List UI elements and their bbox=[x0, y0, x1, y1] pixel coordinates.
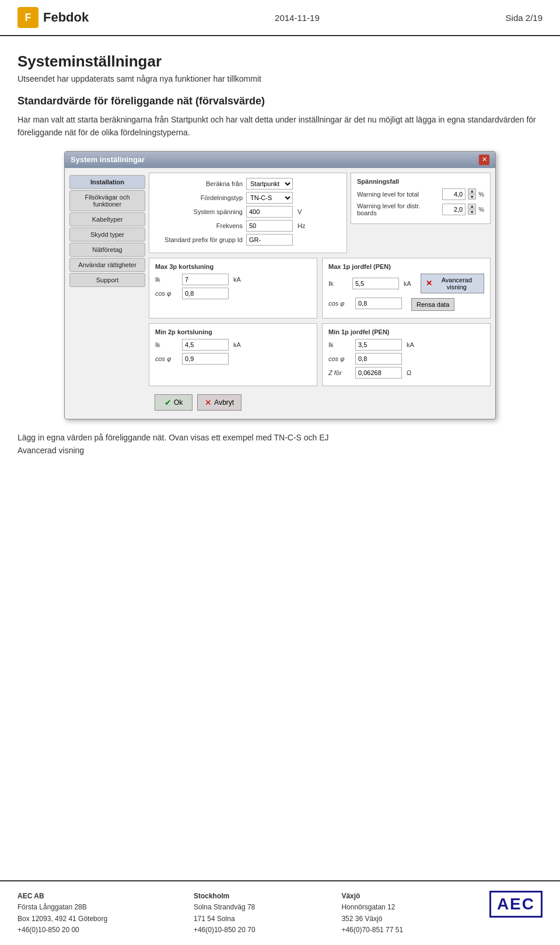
warning-total-label: Warning level for total bbox=[357, 191, 440, 198]
max1p-cos-input[interactable] bbox=[355, 298, 402, 309]
subsection-title: Standardvärde för föreliggande nät (förv… bbox=[18, 95, 542, 107]
berakna-label: Beräkna från bbox=[155, 180, 243, 187]
max3p-cos-label: cos φ bbox=[155, 290, 178, 297]
cancel-button[interactable]: ✕ Avbryt bbox=[197, 394, 242, 411]
footer-address2: Box 12093, 492 41 Göteborg bbox=[18, 915, 107, 923]
warning-total-up[interactable]: ▲ bbox=[468, 188, 476, 194]
spanningfall-section: Spänningsfall Warning level for total ▲ … bbox=[351, 173, 491, 224]
min1p-cos-row: cos φ bbox=[328, 353, 484, 365]
logo-area: F Febdok bbox=[18, 7, 89, 28]
max3p-ik-input[interactable] bbox=[182, 274, 229, 285]
warning-total-down[interactable]: ▼ bbox=[468, 194, 476, 200]
sidebar-item-anvandarre[interactable]: Användar rättigheter bbox=[69, 258, 145, 272]
min2p-cos-input[interactable] bbox=[182, 353, 229, 365]
max1p-section: Max 1p jordfel (PEN) Ik kA ✕ Avancerad v… bbox=[322, 258, 491, 318]
rensa-label: Rensa data bbox=[416, 301, 449, 308]
rensa-button[interactable]: Rensa data bbox=[411, 298, 454, 311]
min2p-section: Min 2p kortsluning Ik kA cos φ bbox=[149, 323, 317, 386]
min2p-cos-row: cos φ bbox=[155, 353, 311, 365]
main-form-section: Beräkna från Startpunkt Fördelningstyp T… bbox=[149, 173, 347, 253]
warning-distr-input[interactable] bbox=[442, 204, 466, 215]
dialog-main: Beräkna från Startpunkt Fördelningstyp T… bbox=[149, 173, 491, 414]
sidebar-item-filsokvägar[interactable]: Filsökvägar och funktioner bbox=[69, 190, 145, 211]
min1p-section: Min 1p jordfel (PEN) Ik kA cos φ bbox=[322, 323, 491, 386]
fordelning-label: Fördelningstyp bbox=[155, 194, 243, 201]
dialog-sidebar: Installation Filsökvägar och funktioner … bbox=[69, 173, 145, 414]
warning-distr-label: Warning level for distr. boards bbox=[357, 202, 440, 216]
fordelning-select[interactable]: TN-C-S bbox=[246, 192, 293, 204]
max3p-section: Max 3p kortsluning Ik kA cos φ bbox=[149, 258, 317, 318]
logo-text: Febdok bbox=[43, 10, 89, 25]
sidebar-item-natforetag[interactable]: Nätföretag bbox=[69, 243, 145, 257]
min2p-ik-input[interactable] bbox=[182, 339, 229, 351]
min1p-ik-label: Ik bbox=[328, 341, 352, 348]
max3p-cos-row: cos φ bbox=[155, 288, 311, 299]
min2p-cos-label: cos φ bbox=[155, 355, 178, 362]
main-content: Systeminställningar Utseendet har uppdat… bbox=[0, 36, 560, 457]
sidebar-item-support[interactable]: Support bbox=[69, 273, 145, 287]
prefix-input[interactable] bbox=[246, 234, 293, 246]
berakna-select[interactable]: Startpunkt bbox=[246, 178, 293, 190]
footer-sthlm-addr2: 171 54 Solna bbox=[194, 915, 235, 923]
left-form-area: Beräkna från Startpunkt Fördelningstyp T… bbox=[149, 173, 347, 253]
page-header: F Febdok 2014-11-19 Sida 2/19 bbox=[0, 0, 560, 36]
spanning-input[interactable] bbox=[246, 206, 293, 218]
warning-total-spinner[interactable]: ▲ ▼ bbox=[468, 188, 476, 200]
sidebar-item-kabeltyper[interactable]: Kabeltyper bbox=[69, 212, 145, 226]
caption-line2: Avancerad visning bbox=[18, 446, 84, 455]
footer-stockholm: Stockholm bbox=[194, 892, 229, 900]
footer-col-stockholm: Stockholm Solna Strandväg 78 171 54 Soln… bbox=[194, 891, 256, 936]
min1p-zfor-row: Z för Ω bbox=[328, 367, 484, 379]
max1p-ik-row: Ik kA ✕ Avancerad visning bbox=[328, 274, 484, 293]
header-date: 2014-11-19 bbox=[275, 13, 320, 23]
avancerad-button[interactable]: ✕ Avancerad visning bbox=[421, 274, 484, 293]
max3p-ik-label: Ik bbox=[155, 276, 178, 283]
page-footer: AEC AB Första Långgatan 28B Box 12093, 4… bbox=[0, 880, 560, 945]
spanning-label: System spänning bbox=[155, 208, 243, 215]
warning-total-input[interactable] bbox=[442, 188, 466, 200]
footer-company: AEC AB bbox=[18, 892, 44, 900]
min1p-ik-input[interactable] bbox=[355, 339, 402, 351]
frekvens-input[interactable] bbox=[246, 220, 293, 232]
frekvens-label: Frekvens bbox=[155, 222, 243, 229]
footer-sthlm-addr1: Solna Strandväg 78 bbox=[194, 903, 255, 911]
spanning-unit: V bbox=[298, 208, 302, 215]
warning-distr-spinner[interactable]: ▲ ▼ bbox=[468, 204, 476, 215]
ok-button[interactable]: ✔ Ok bbox=[155, 394, 192, 411]
max3p-ik-row: Ik kA bbox=[155, 274, 311, 285]
header-page: Sida 2/19 bbox=[506, 13, 542, 23]
footer-sthlm-phone: +46(0)10-850 20 70 bbox=[194, 926, 256, 934]
max1p-ik-input[interactable] bbox=[352, 278, 399, 289]
warning-distr-up[interactable]: ▲ bbox=[468, 204, 476, 209]
min2p-ik-label: Ik bbox=[155, 341, 178, 348]
min1p-cos-input[interactable] bbox=[355, 353, 402, 365]
dialog-wrapper: System inställningar ✕ Installation Fils… bbox=[18, 151, 542, 419]
cancel-label: Avbryt bbox=[214, 398, 234, 407]
ok-label: Ok bbox=[174, 398, 183, 407]
max3p-cos-input[interactable] bbox=[182, 288, 229, 299]
min1p-zfor-label: Z för bbox=[328, 369, 352, 376]
dialog-titlebar: System inställningar ✕ bbox=[65, 152, 495, 168]
dialog-close-button[interactable]: ✕ bbox=[479, 155, 489, 165]
form-row-berakna: Beräkna från Startpunkt bbox=[155, 178, 341, 190]
aec-logo: AEC bbox=[489, 891, 542, 918]
shortcircuit-row1: Max 3p kortsluning Ik kA cos φ bbox=[149, 258, 491, 318]
min1p-zfor-input[interactable] bbox=[355, 367, 402, 379]
ok-check-icon: ✔ bbox=[164, 398, 172, 407]
min1p-cos-label: cos φ bbox=[328, 355, 352, 362]
min1p-ik-unit: kA bbox=[407, 341, 414, 348]
form-row-spanning: System spänning V bbox=[155, 206, 341, 218]
min1p-title: Min 1p jordfel (PEN) bbox=[328, 328, 484, 335]
sidebar-item-installation[interactable]: Installation bbox=[69, 175, 145, 189]
max1p-ik-unit: kA bbox=[404, 280, 411, 287]
max3p-title: Max 3p kortsluning bbox=[155, 263, 311, 270]
dialog-title: System inställningar bbox=[71, 155, 145, 164]
febdok-logo-icon: F bbox=[18, 7, 38, 28]
sidebar-item-skyddtyper[interactable]: Skydd typer bbox=[69, 228, 145, 242]
form-row-frekvens: Frekvens Hz bbox=[155, 220, 341, 232]
section-title: Systeminställningar bbox=[18, 52, 542, 71]
footer-phone1: +46(0)10-850 20 00 bbox=[18, 926, 79, 934]
cancel-x-icon: ✕ bbox=[205, 398, 212, 407]
warning-total-unit: % bbox=[478, 191, 484, 198]
warning-distr-down[interactable]: ▼ bbox=[468, 209, 476, 215]
